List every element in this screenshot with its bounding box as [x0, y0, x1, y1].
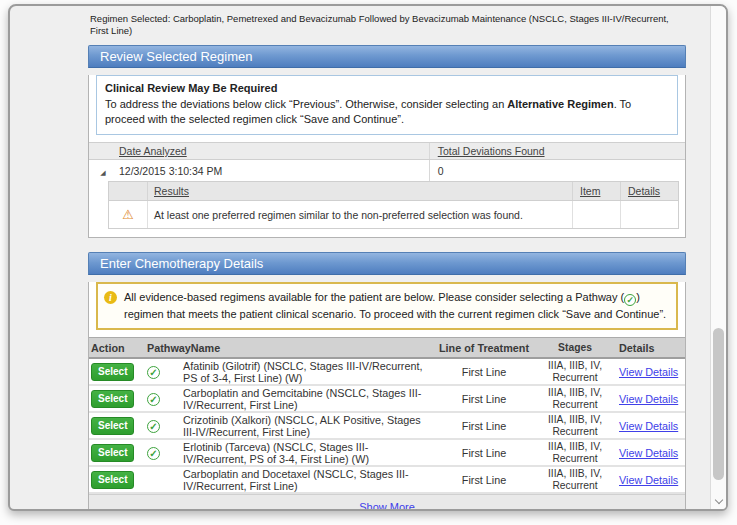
pathway-column-header: Pathway [139, 342, 191, 354]
pathway-check-icon: ✓ [624, 294, 636, 306]
result-row: ⚠ At least one preferred regimen similar… [109, 201, 678, 228]
deviations-table: Date Analyzed Total Deviations Found ◢ 1… [89, 142, 685, 229]
details-column-header[interactable]: Details [628, 185, 660, 197]
total-deviations-column-header[interactable]: Total Deviations Found [438, 145, 545, 157]
regimens-table: Action Pathway Name Line of Treatment St… [89, 337, 685, 511]
stages: IIIA, IIIB, IV, Recurrent [535, 387, 615, 411]
stages: IIIA, IIIB, IV, Recurrent [535, 468, 615, 492]
vertical-scrollbar[interactable] [710, 6, 726, 509]
info-icon: i [104, 291, 117, 304]
alternative-regimen-bold: Alternative Regimen [507, 98, 613, 110]
pathway-check-icon: ✓ [147, 447, 160, 460]
details-column-header-2: Details [615, 342, 685, 354]
regimen-row: Select ✓ Afatinib (Gilotrif) (NSCLC, Sta… [89, 359, 685, 386]
view-details-link[interactable]: View Details [619, 420, 678, 432]
show-more-bar: Show More [89, 494, 685, 511]
view-details-link[interactable]: View Details [619, 474, 678, 486]
line-of-treatment-column-header: Line of Treatment [433, 342, 535, 354]
pathway-check-icon: ✓ [147, 366, 160, 379]
regimens-table-header: Action Pathway Name Line of Treatment St… [89, 337, 685, 359]
results-subtable: Results Item Details ⚠ At least one pref… [108, 181, 679, 229]
stages: IIIA, IIIB, IV, Recurrent [535, 414, 615, 438]
line-of-treatment: First Line [433, 420, 535, 432]
row-expander-icon[interactable]: ◢ [100, 169, 105, 176]
select-button[interactable]: Select [91, 363, 134, 381]
total-deviations-value: 0 [429, 160, 685, 181]
pathway-check-icon: ✓ [147, 393, 160, 406]
result-message: At least one preferred regimen similar t… [147, 201, 572, 228]
stages: IIIA, IIIB, IV, Recurrent [535, 360, 615, 384]
enter-chemotherapy-details-panel: Enter Chemotherapy Details i All evidenc… [88, 252, 686, 511]
clinical-review-text: To address the deviations below click “P… [105, 97, 669, 127]
regimen-selected-text: Regimen Selected: Carboplatin, Pemetrexe… [90, 13, 686, 37]
select-button[interactable]: Select [91, 417, 134, 435]
date-analyzed-value: 12/3/2015 3:10:34 PM [117, 165, 429, 177]
item-column-header[interactable]: Item [580, 185, 600, 197]
view-details-link[interactable]: View Details [619, 366, 678, 378]
line-of-treatment: First Line [433, 447, 535, 459]
view-details-link[interactable]: View Details [619, 393, 678, 405]
scrollbar-down-arrow-icon[interactable] [715, 497, 722, 504]
pathway-check-icon: ✓ [147, 420, 160, 433]
page-content: Regimen Selected: Carboplatin, Pemetrexe… [88, 13, 686, 511]
regimen-row: Select ✓ Erlotinib (Tarceva) (NSCLC, Sta… [89, 440, 685, 467]
stages-column-header: Stages [535, 342, 615, 354]
clinical-review-title: Clinical Review May Be Required [105, 82, 669, 94]
results-subtable-header: Results Item Details [109, 182, 678, 201]
regimen-row: Select ✓ Crizotinib (Xalkori) (NSCLC, AL… [89, 413, 685, 440]
regimen-name: Afatinib (Gilotrif) (NSCLC, Stages III-I… [183, 360, 433, 384]
line-of-treatment: First Line [433, 474, 535, 486]
clinical-review-notice: Clinical Review May Be Required To addre… [96, 75, 678, 135]
date-analyzed-column-header[interactable]: Date Analyzed [119, 145, 187, 157]
evidence-based-notice-text: All evidence-based regimens available fo… [124, 289, 669, 322]
review-selected-regimen-panel: Review Selected Regimen Clinical Review … [88, 45, 686, 238]
select-button[interactable]: Select [91, 390, 134, 408]
results-column-header[interactable]: Results [154, 185, 189, 197]
name-column-header: Name [191, 342, 433, 354]
select-button[interactable]: Select [91, 444, 134, 462]
stages: IIIA, IIIB, IV, Recurrent [535, 441, 615, 465]
view-details-link[interactable]: View Details [619, 447, 678, 459]
scrollbar-thumb[interactable] [713, 328, 724, 480]
action-column-header: Action [89, 342, 139, 354]
regimen-row: Select ✓ Carboplatin and Gemcitabine (NS… [89, 386, 685, 413]
warning-icon: ⚠ [122, 208, 134, 221]
evidence-based-notice: i All evidence-based regimens available … [96, 282, 678, 330]
app-window: Regimen Selected: Carboplatin, Pemetrexe… [8, 4, 728, 511]
deviations-table-header: Date Analyzed Total Deviations Found [89, 142, 685, 160]
regimen-name: Erlotinib (Tarceva) (NSCLC, Stages III-I… [183, 441, 433, 465]
select-button[interactable]: Select [91, 471, 134, 489]
regimen-row: Select ✓ Carboplatin and Docetaxel (NSCL… [89, 467, 685, 494]
line-of-treatment: First Line [433, 393, 535, 405]
regimen-name: Carboplatin and Gemcitabine (NSCLC, Stag… [183, 387, 433, 411]
chemo-panel-title: Enter Chemotherapy Details [88, 252, 686, 275]
show-more-link[interactable]: Show More [359, 501, 415, 511]
review-panel-title: Review Selected Regimen [88, 45, 686, 68]
line-of-treatment: First Line [433, 366, 535, 378]
deviation-row: ◢ 12/3/2015 3:10:34 PM 0 [89, 160, 685, 181]
regimen-name: Carboplatin and Docetaxel (NSCLC, Stages… [183, 468, 433, 492]
regimen-name: Crizotinib (Xalkori) (NSCLC, ALK Positiv… [183, 414, 433, 438]
